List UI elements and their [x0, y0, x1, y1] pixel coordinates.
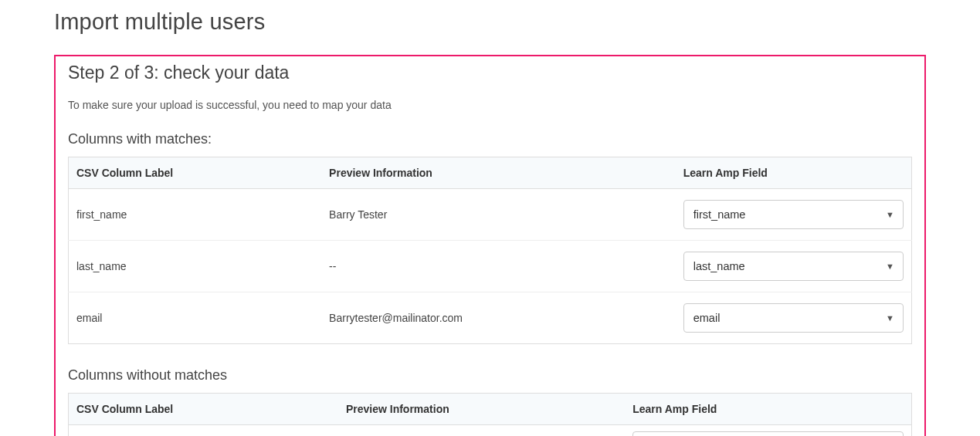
table-row: email Barrytester@mailinator.com email ▼ [69, 292, 912, 344]
cell-preview: -- [321, 241, 676, 292]
col-header-csv-label: CSV Column Label [69, 157, 322, 189]
cell-csv-label: first_name [69, 189, 322, 241]
helper-text: To make sure your upload is successful, … [62, 90, 918, 111]
field-select-first-name[interactable]: first_name [683, 200, 904, 229]
cell-field: first_name ▼ [676, 189, 912, 241]
cell-csv-label: last_name [69, 241, 322, 292]
col-header-preview: Preview Information [321, 157, 676, 189]
cell-preview: Barry Tester [321, 189, 676, 241]
cell-csv-label: email [69, 292, 322, 344]
table-row [69, 425, 912, 437]
col-header-preview: Preview Information [338, 394, 625, 425]
col-header-csv-label: CSV Column Label [69, 394, 338, 425]
unmatched-table: CSV Column Label Preview Information Lea… [68, 393, 912, 436]
unmatched-heading: Columns without matches [62, 361, 918, 393]
import-step-panel: Step 2 of 3: check your data To make sur… [54, 55, 926, 436]
table-row: last_name -- last_name ▼ [69, 241, 912, 292]
page-title: Import multiple users [54, 9, 926, 35]
col-header-field: Learn Amp Field [625, 394, 911, 425]
matches-table: CSV Column Label Preview Information Lea… [68, 157, 912, 344]
field-select-email[interactable]: email [683, 303, 904, 333]
col-header-field: Learn Amp Field [676, 157, 912, 189]
step-heading: Step 2 of 3: check your data [62, 63, 918, 90]
field-select-last-name[interactable]: last_name [683, 252, 904, 281]
cell-preview: Barrytester@mailinator.com [321, 292, 676, 344]
cell-field: last_name ▼ [676, 241, 912, 292]
matches-heading: Columns with matches: [62, 125, 918, 157]
cell-field: email ▼ [676, 292, 912, 344]
field-select-unmatched[interactable] [632, 431, 904, 436]
table-row: first_name Barry Tester first_name ▼ [69, 189, 912, 241]
